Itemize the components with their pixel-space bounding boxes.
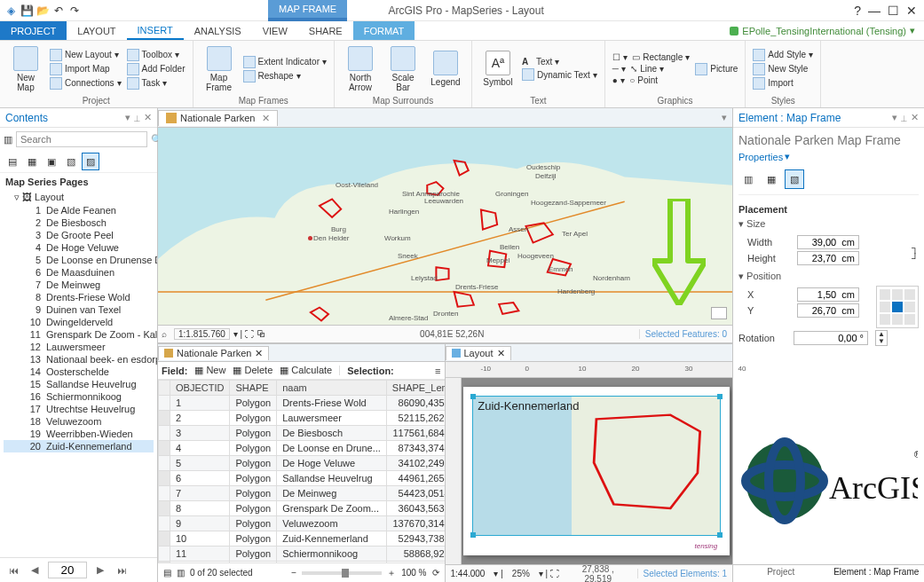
task-button[interactable]: Task ▾: [127, 77, 186, 90]
pane-close-icon[interactable]: ✕: [144, 112, 152, 123]
selected-features-label[interactable]: Selected Features: 0: [639, 329, 732, 339]
table-row[interactable]: 10PolygonZuid-Kennemerland52943,73806438…: [159, 531, 445, 547]
symbol-button[interactable]: AªSymbol: [479, 43, 517, 95]
nav-first-icon[interactable]: ⏮: [5, 565, 21, 576]
close-layout-tab-icon[interactable]: ✕: [497, 348, 505, 359]
page-item[interactable]: 15Sallandse Heuvelrug: [4, 378, 154, 390]
layout-canvas[interactable]: Zuid-Kennemerland tensing: [462, 378, 733, 564]
right-tab-element[interactable]: Element : Map Frame: [829, 565, 925, 582]
pane-pin-icon[interactable]: ⟂: [134, 113, 140, 123]
layout-tab[interactable]: Layout✕: [446, 346, 511, 360]
page-item[interactable]: 19Weerribben-Wieden: [4, 428, 154, 440]
map-frame-button[interactable]: Map Frame: [201, 43, 238, 95]
link-dims-icon[interactable]: ┐┘: [912, 233, 919, 263]
view-selected-icon[interactable]: ▥: [177, 568, 185, 578]
tab-menu-icon[interactable]: ▾: [716, 112, 732, 123]
field-new-button[interactable]: ▦ New: [194, 365, 225, 376]
page-item[interactable]: 11Grenspark De Zoom - Kalmthouts: [4, 328, 154, 341]
zoom-slider[interactable]: [302, 571, 382, 575]
page-item[interactable]: 13Nationaal beek- en esdorpenland: [4, 353, 154, 366]
doc-tab-nationale-parken[interactable]: Nationale Parken ✕: [158, 110, 278, 126]
layout-zoom[interactable]: 25%: [512, 569, 530, 578]
nav-prev-icon[interactable]: ◀: [27, 564, 43, 576]
connections-button[interactable]: Connections ▾: [50, 77, 122, 90]
page-item[interactable]: 6De Maasduinen: [4, 266, 154, 279]
map-view[interactable]: Oost-VlielandDen HelderBurgSint Annaparo…: [158, 128, 732, 325]
help-icon[interactable]: ?: [854, 4, 861, 18]
legend-button[interactable]: Legend: [427, 43, 464, 95]
point-button[interactable]: ● ▾ ○ Point: [612, 75, 690, 85]
table-row[interactable]: 9PolygonVeluwezoom137670,314714101: [159, 516, 445, 531]
tab-insert[interactable]: INSERT: [127, 21, 184, 40]
table-row[interactable]: 4PolygonDe Loonse en Drune...87343,37499…: [159, 441, 445, 456]
right-tab-project[interactable]: Project: [733, 565, 829, 582]
close-attr-tab-icon[interactable]: ✕: [255, 348, 263, 359]
rectangle-button[interactable]: ☐ ▾ ▭ Rectangle ▾: [612, 52, 690, 62]
placement-general-icon[interactable]: ▦: [762, 169, 781, 189]
new-map-button[interactable]: New Map: [7, 43, 44, 95]
close-icon[interactable]: ✕: [906, 4, 917, 18]
add-folder-button[interactable]: Add Folder: [127, 63, 186, 75]
page-item[interactable]: 20Zuid-Kennemerland: [4, 440, 154, 452]
nav-next-icon[interactable]: ▶: [92, 564, 108, 576]
layout-scale[interactable]: 1:44.000: [451, 569, 486, 578]
elpane-close-icon[interactable]: ✕: [911, 112, 919, 123]
extent-indicator-button[interactable]: Extent Indicator ▾: [243, 56, 327, 68]
maximize-icon[interactable]: ☐: [888, 4, 899, 18]
toolbox-button[interactable]: Toolbox ▾: [127, 49, 186, 61]
reshape-button[interactable]: Reshape ▾: [243, 70, 327, 83]
list-by-selection-icon[interactable]: ▣: [43, 153, 60, 170]
selected-elements-label[interactable]: Selected Elements: 1: [637, 569, 728, 578]
pane-options-icon[interactable]: ▾: [125, 112, 130, 123]
y-input[interactable]: [797, 303, 859, 318]
scale-bar-button[interactable]: Scale Bar: [384, 43, 422, 95]
view-all-icon[interactable]: ▤: [163, 568, 171, 578]
page-item[interactable]: 8Drents-Friese Wold: [4, 291, 154, 303]
save-icon[interactable]: 💾: [20, 4, 34, 18]
table-row[interactable]: 1PolygonDrents-Friese Wold86090,43518655…: [159, 396, 445, 411]
import-button[interactable]: Import: [753, 77, 813, 90]
list-by-labeling-icon[interactable]: ▧: [62, 153, 80, 170]
page-tree[interactable]: ▿ 🖼 Layout1De Alde Feanen2De Biesbosch3D…: [0, 191, 157, 557]
search-input[interactable]: [16, 131, 147, 147]
table-row[interactable]: 8PolygonGrenspark De Zoom...36043,563103…: [159, 501, 445, 516]
page-item[interactable]: 14Oosterschelde: [4, 366, 154, 378]
layout-title-text[interactable]: Zuid-Kennemerland: [478, 399, 579, 413]
line-button[interactable]: ─ ▾ ⤡ Line ▾: [612, 64, 690, 74]
redo-icon[interactable]: ↷: [67, 4, 82, 18]
elpane-pin-icon[interactable]: ⟂: [901, 113, 907, 123]
x-input[interactable]: [797, 287, 859, 302]
page-item[interactable]: 17Utrechtse Heuvelrug: [4, 403, 154, 415]
refresh-icon[interactable]: ⟳: [432, 568, 439, 578]
height-input[interactable]: [797, 251, 859, 265]
open-icon[interactable]: 📂: [36, 4, 50, 18]
page-item[interactable]: 4De Hoge Veluwe: [4, 241, 154, 254]
north-arrow-button[interactable]: North Arrow: [342, 43, 379, 95]
overview-icon[interactable]: [711, 307, 727, 319]
tab-share[interactable]: SHARE: [298, 21, 353, 40]
page-item[interactable]: 5De Loonse en Drunense Duinen: [4, 254, 154, 266]
add-style-button[interactable]: Add Style ▾: [753, 49, 813, 61]
table-row[interactable]: 7PolygonDe Meinweg54423,051411200: [159, 486, 445, 501]
table-row[interactable]: 3PolygonDe Biesbosch117561,684545898: [159, 426, 445, 441]
page-item[interactable]: 9Duinen van Texel: [4, 303, 154, 316]
tree-root[interactable]: ▿ 🖼 Layout: [4, 191, 154, 204]
nav-last-icon[interactable]: ⏭: [114, 565, 130, 576]
rotation-stepper[interactable]: ▲▼: [875, 330, 888, 346]
table-row[interactable]: 5PolygonDe Hoge Veluwe34102,249624510: [159, 456, 445, 471]
list-by-source-icon[interactable]: ▦: [23, 153, 41, 170]
display-options-icon[interactable]: ▥: [738, 169, 758, 189]
import-map-button[interactable]: Import Map: [50, 63, 122, 75]
list-by-mapseries-icon[interactable]: ▨: [82, 153, 99, 170]
page-item[interactable]: 1De Alde Feanen: [4, 204, 154, 216]
properties-link[interactable]: Properties ▾: [738, 151, 919, 162]
tab-view[interactable]: VIEW: [252, 21, 298, 40]
tab-format[interactable]: FORMAT: [353, 21, 415, 40]
text-button[interactable]: A Text ▾: [522, 57, 597, 67]
user-area[interactable]: EPolle_TensingInternational (Tensing) ▾: [721, 21, 924, 40]
page-item[interactable]: 2De Biesbosch: [4, 216, 154, 229]
attribute-grid[interactable]: OBJECTIDSHAPEnaamSHAPE_LengthSH...1Polyg…: [158, 380, 445, 562]
anchor-widget[interactable]: [876, 286, 919, 328]
page-item[interactable]: 3De Groote Peel: [4, 229, 154, 241]
tab-project[interactable]: PROJECT: [0, 21, 67, 40]
